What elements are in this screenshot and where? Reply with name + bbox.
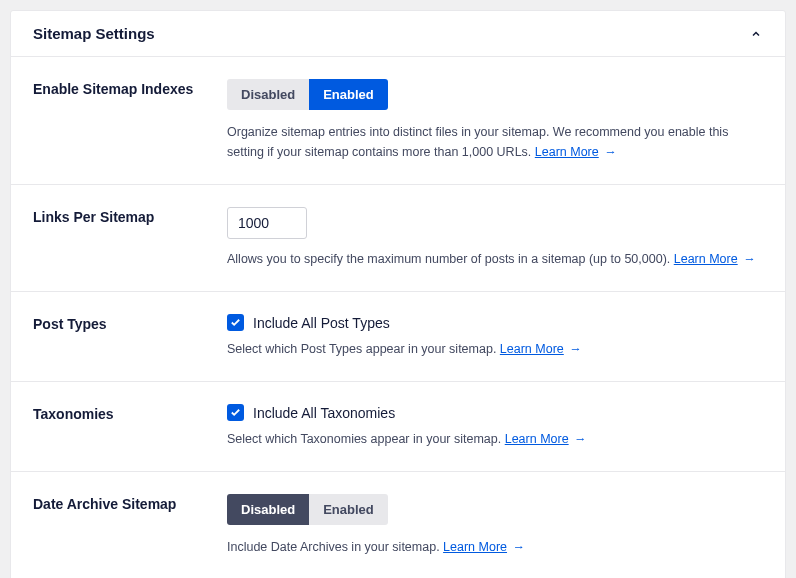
checkbox-row: Include All Post Types (227, 314, 763, 331)
setting-links-per-sitemap: Links Per Sitemap Allows you to specify … (11, 185, 785, 292)
setting-label: Post Types (33, 314, 227, 359)
panel-header[interactable]: Sitemap Settings (11, 11, 785, 57)
toggle-disabled-button[interactable]: Disabled (227, 79, 309, 110)
setting-description: Select which Post Types appear in your s… (227, 339, 763, 359)
setting-enable-indexes: Enable Sitemap Indexes Disabled Enabled … (11, 57, 785, 185)
setting-post-types: Post Types Include All Post Types Select… (11, 292, 785, 382)
setting-label: Links Per Sitemap (33, 207, 227, 269)
setting-description: Include Date Archives in your sitemap. L… (227, 537, 763, 557)
include-taxonomies-checkbox[interactable] (227, 404, 244, 421)
chevron-up-icon (749, 27, 763, 41)
checkbox-label: Include All Post Types (253, 315, 390, 331)
setting-description: Allows you to specify the maximum number… (227, 249, 763, 269)
checkbox-row: Include All Taxonomies (227, 404, 763, 421)
desc-text: Organize sitemap entries into distinct f… (227, 125, 728, 159)
learn-more-link[interactable]: Learn More (674, 252, 738, 266)
setting-label: Taxonomies (33, 404, 227, 449)
setting-label: Date Archive Sitemap (33, 494, 227, 557)
arrow-right-icon: → (601, 145, 617, 159)
toggle-disabled-button[interactable]: Disabled (227, 494, 309, 525)
learn-more-link[interactable]: Learn More (505, 432, 569, 446)
setting-content: Include All Taxonomies Select which Taxo… (227, 404, 763, 449)
sitemap-settings-panel: Sitemap Settings Enable Sitemap Indexes … (10, 10, 786, 578)
arrow-right-icon: → (566, 342, 582, 356)
setting-content: Disabled Enabled Include Date Archives i… (227, 494, 763, 557)
setting-content: Allows you to specify the maximum number… (227, 207, 763, 269)
setting-taxonomies: Taxonomies Include All Taxonomies Select… (11, 382, 785, 472)
links-per-sitemap-input[interactable] (227, 207, 307, 239)
desc-text: Include Date Archives in your sitemap. (227, 540, 440, 554)
arrow-right-icon: → (740, 252, 756, 266)
panel-title: Sitemap Settings (33, 25, 155, 42)
learn-more-link[interactable]: Learn More (443, 540, 507, 554)
learn-more-link[interactable]: Learn More (535, 145, 599, 159)
toggle-enabled-button[interactable]: Enabled (309, 79, 388, 110)
toggle-enabled-button[interactable]: Enabled (309, 494, 388, 525)
desc-text: Select which Post Types appear in your s… (227, 342, 496, 356)
arrow-right-icon: → (509, 540, 525, 554)
desc-text: Allows you to specify the maximum number… (227, 252, 670, 266)
setting-description: Organize sitemap entries into distinct f… (227, 122, 763, 162)
setting-date-archive: Date Archive Sitemap Disabled Enabled In… (11, 472, 785, 578)
toggle-date-archive: Disabled Enabled (227, 494, 388, 525)
checkbox-label: Include All Taxonomies (253, 405, 395, 421)
desc-text: Select which Taxonomies appear in your s… (227, 432, 501, 446)
include-post-types-checkbox[interactable] (227, 314, 244, 331)
arrow-right-icon: → (571, 432, 587, 446)
learn-more-link[interactable]: Learn More (500, 342, 564, 356)
setting-description: Select which Taxonomies appear in your s… (227, 429, 763, 449)
toggle-enable-indexes: Disabled Enabled (227, 79, 388, 110)
setting-content: Disabled Enabled Organize sitemap entrie… (227, 79, 763, 162)
setting-content: Include All Post Types Select which Post… (227, 314, 763, 359)
setting-label: Enable Sitemap Indexes (33, 79, 227, 162)
